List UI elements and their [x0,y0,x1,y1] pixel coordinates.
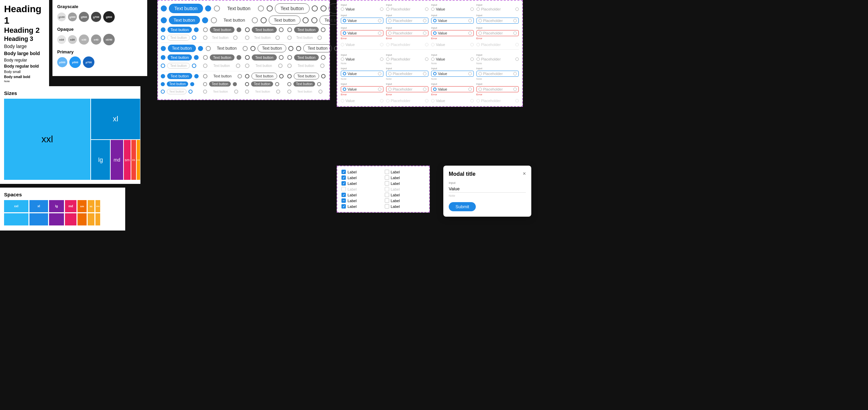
input-row-8[interactable]: Placeholder [476,18,519,24]
radio-42[interactable] [378,72,381,75]
text-button-ghost-2-1[interactable]: Text button [213,45,241,52]
radio-3[interactable] [386,7,390,11]
text-button-filled-xl-1[interactable]: Text button [169,4,203,13]
radio-41[interactable] [343,72,346,75]
text-button-outline-3-1[interactable]: Text button [251,73,277,79]
modal-submit-button[interactable]: Submit [449,202,476,211]
radio-1[interactable] [341,7,344,11]
checkbox-2[interactable] [385,170,389,174]
radio-8[interactable] [515,7,519,11]
text-button-gray-3-3[interactable]: Text button [294,54,319,61]
radio-35[interactable] [386,57,390,61]
radio-47[interactable] [478,72,482,75]
text-button-outline-xl-1[interactable]: Text button [275,3,310,14]
radio-40[interactable] [515,57,519,61]
checkbox-item-11[interactable]: – Label [341,198,382,203]
text-button-filled-lg-1[interactable]: Text button [169,16,200,24]
radio-45[interactable] [433,72,437,75]
radio-51[interactable] [388,88,392,91]
checkbox-9[interactable]: ✓ [341,193,346,197]
text-button-gray-md-3[interactable]: Text button [294,27,319,33]
radio-6[interactable] [470,7,474,11]
text-button-filled-md-1[interactable]: Text button [168,27,192,33]
radio-21[interactable] [433,31,437,35]
checkbox-item-8[interactable]: Label [385,187,425,191]
input-row-26[interactable]: Placeholder [386,86,429,92]
radio-55[interactable] [478,88,482,91]
radio-33[interactable] [341,57,344,61]
radio-49[interactable] [343,88,346,91]
radio-43[interactable] [388,72,392,75]
checkbox-item-4[interactable]: Label [385,175,425,180]
radio-4[interactable] [425,7,428,11]
text-button-filled-5-1[interactable]: Text button [167,81,188,87]
checkbox-1[interactable]: ✓ [341,170,346,174]
radio-9[interactable] [343,19,346,22]
text-button-ghost-6-3[interactable]: Text button [293,89,316,95]
radio-37[interactable] [431,57,435,61]
radio-22[interactable] [468,31,472,35]
text-button-light-sm-1[interactable]: Text button [167,35,190,41]
modal-input-field[interactable] [449,185,526,193]
checkbox-6[interactable] [385,181,389,186]
text-button-ghost-4-2[interactable]: Text button [251,63,276,69]
radio-52[interactable] [423,88,426,91]
radio-5[interactable] [431,7,435,11]
text-button-outline-3-2[interactable]: Text button [294,73,319,79]
radio-19[interactable] [388,31,392,35]
radio-13[interactable] [433,19,437,22]
radio-36[interactable] [425,57,428,61]
text-button-gray-5-2[interactable]: Text button [251,81,273,87]
checkbox-item-3[interactable]: ✓ Label [341,175,382,180]
checkbox-10[interactable] [385,193,389,197]
text-button-ghost-xl-1[interactable]: Text button [222,4,256,13]
text-button-ghost-sm-3[interactable]: Text button [294,35,316,40]
radio-44[interactable] [423,72,426,75]
input-row-22[interactable]: Placeholder [386,71,429,77]
checkbox-item-13[interactable]: ✓ Label [341,204,382,209]
radio-38[interactable] [470,57,474,61]
checkbox-12[interactable] [385,198,389,203]
radio-56[interactable] [513,88,517,91]
checkbox-8[interactable] [385,187,389,191]
input-row-21[interactable]: Value [341,71,383,77]
radio-12[interactable] [423,19,426,22]
text-button-filled-4-1[interactable]: Text button [167,73,192,79]
text-button-light-2-1[interactable]: Text button [167,63,190,69]
input-row-9[interactable]: Value [341,30,383,36]
radio-23[interactable] [478,31,482,35]
input-row-6[interactable]: Placeholder [386,18,429,24]
input-row-10[interactable]: Placeholder [386,30,429,36]
radio-24[interactable] [513,31,517,35]
text-button-gray-3-2[interactable]: Text button [252,54,277,61]
checkbox-7[interactable] [341,187,346,191]
input-row-27[interactable]: Value [431,86,474,92]
radio-11[interactable] [388,19,392,22]
radio-50[interactable] [378,88,381,91]
text-button-ghost-4-1[interactable]: Text button [209,63,234,69]
checkbox-13[interactable]: ✓ [341,204,346,209]
radio-14[interactable] [468,19,472,22]
text-button-gray-3-1[interactable]: Text button [210,54,235,61]
checkbox-item-2[interactable]: Label [385,170,425,174]
radio-53[interactable] [433,88,437,91]
radio-34[interactable] [380,57,383,61]
checkbox-item-1[interactable]: ✓ Label [341,170,382,174]
input-row-28[interactable]: Placeholder [476,86,519,92]
checkbox-item-12[interactable]: Label [385,198,425,203]
checkbox-item-5[interactable]: ✓ Label [341,181,382,186]
modal-close-button[interactable]: × [523,171,526,176]
checkbox-item-9[interactable]: ✓ Label [341,193,382,197]
radio-48[interactable] [513,72,517,75]
input-row-12[interactable]: Placeholder [476,30,519,36]
text-button-filled-3-1[interactable]: Text button [168,54,192,61]
radio-15[interactable] [478,19,482,22]
text-button-outline-2-1[interactable]: Text button [258,44,286,52]
input-row-5[interactable]: Value [341,18,383,24]
checkbox-14[interactable] [385,204,389,209]
radio-54[interactable] [468,88,472,91]
radio-46[interactable] [468,72,472,75]
text-button-outline-2-2[interactable]: Text button [303,44,332,52]
input-row-11[interactable]: Value [431,30,474,36]
input-row-24[interactable]: Placeholder [476,71,519,77]
